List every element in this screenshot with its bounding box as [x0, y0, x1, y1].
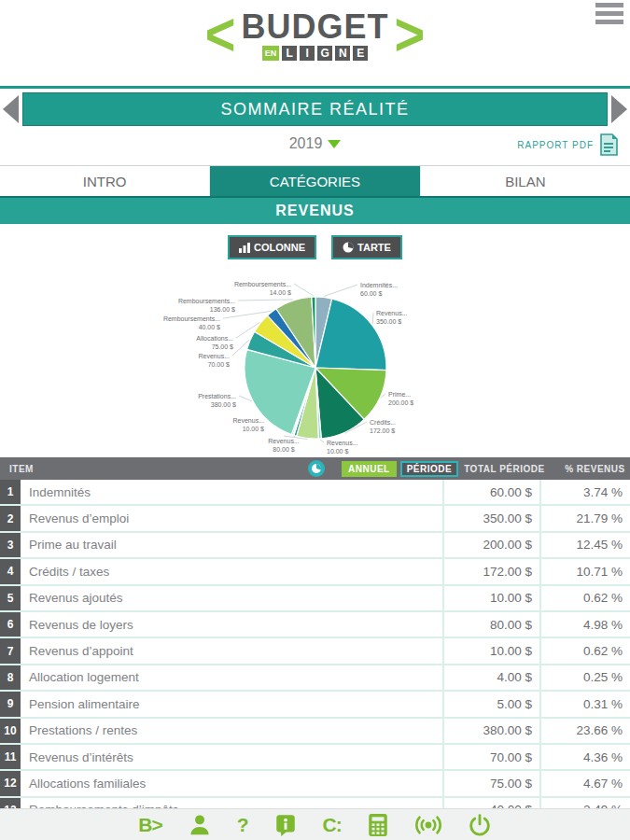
table-row-revenus-d-interets[interactable]: 11Revenus d’intérêts70.00 $4.36 %: [0, 745, 630, 771]
tab-intro[interactable]: INTRO: [0, 166, 210, 196]
periode-toggle[interactable]: PÉRIODE: [400, 461, 459, 477]
item-pct: 12.45 %: [539, 533, 630, 557]
pie-label-credits-taxes: Crédits...172.00 $: [370, 419, 396, 434]
chart-toggle-icon[interactable]: [308, 460, 325, 477]
tab-bilan[interactable]: BILAN: [421, 166, 630, 196]
pie-label-prestations-rentes: Prestations...380.00 $: [198, 393, 236, 408]
item-name: Prestations / rentes: [21, 719, 442, 743]
item-total: 60.00 $: [442, 480, 539, 504]
item-total: 75.00 $: [442, 771, 539, 795]
item-total: 5.00 $: [442, 692, 539, 716]
app-window: < BUDGET EN LIGNE > SOMMAIRE RÉALITÉ 201…: [0, 0, 630, 840]
table-row-revenus-d-appoint[interactable]: 7Revenus d’appoint10.00 $0.62 %: [0, 638, 630, 665]
item-total: 4.00 $: [442, 665, 539, 690]
pie-label-line: [239, 396, 252, 401]
power-icon[interactable]: [468, 812, 492, 838]
revenue-pie-chart: Indemnités...60.00 $Revenus...350.00 $Pr…: [0, 259, 630, 457]
logo-b-icon[interactable]: B>: [138, 812, 161, 838]
table-row-revenus-de-loyers[interactable]: 6Revenus de loyers80.00 $4.98 %: [0, 612, 630, 638]
row-number: 11: [0, 745, 21, 769]
pie-label-revenus-d-interets: Revenus...70.00 $: [199, 353, 231, 368]
table-body: 1Indemnités60.00 $3.74 %2Revenus d’emplo…: [0, 480, 630, 824]
item-name: Prime au travail: [21, 533, 442, 557]
chart-button-label: TARTE: [357, 242, 391, 253]
table-row-credits-taxes[interactable]: 4Crédits / taxes172.00 $10.71 %: [0, 559, 630, 585]
item-pct: 0.62 %: [539, 586, 630, 610]
row-number: 4: [0, 559, 21, 583]
table-row-revenus-ajoutes[interactable]: 5Revenus ajoutés10.00 $0.62 %: [0, 586, 630, 612]
logo-title: BUDGET: [242, 8, 389, 44]
item-pct: 0.62 %: [539, 638, 630, 663]
menu-icon[interactable]: [595, 3, 623, 28]
pie-label-revenus-d-emploi: Revenus...350.00 $: [376, 310, 408, 325]
item-pct: 0.31 %: [539, 692, 630, 716]
pie-label-revenus-ajoutes: Revenus...10.00 $: [327, 440, 358, 455]
table-row-prestations-rentes[interactable]: 10Prestations / rentes380.00 $23.66 %: [0, 719, 630, 745]
tarte-button[interactable]: TARTE: [331, 235, 402, 259]
table-row-allocation-logement[interactable]: 8Allocation logement4.00 $0.25 %: [0, 665, 630, 692]
table-row-prime-au-travail[interactable]: 3Prime au travail200.00 $12.45 %: [0, 533, 630, 559]
prev-arrow-icon[interactable]: [3, 95, 19, 123]
item-name: Revenus de loyers: [21, 612, 442, 637]
categories-c-icon[interactable]: C:: [323, 812, 342, 838]
pie-label-revenus-de-loyers: Revenus...80.00 $: [268, 438, 300, 453]
item-name: Allocations familiales: [21, 771, 442, 795]
table-row-pension-alimentaire[interactable]: 9Pension alimentaire5.00 $0.31 %: [0, 692, 630, 718]
item-pct: 4.67 %: [539, 771, 630, 795]
year-row: 2019 RAPPORT PDF: [0, 126, 630, 165]
pie-label-line: [223, 311, 272, 318]
item-total: 70.00 $: [442, 745, 539, 769]
year-value: 2019: [289, 135, 323, 152]
user-icon[interactable]: [188, 812, 212, 838]
next-arrow-icon[interactable]: [611, 95, 627, 123]
item-pct: 0.25 %: [539, 665, 630, 690]
report-pdf-button[interactable]: RAPPORT PDF: [517, 133, 619, 157]
pie-label-line: [324, 285, 357, 297]
info-icon[interactable]: [273, 812, 298, 838]
row-number: 7: [0, 638, 21, 663]
item-name: Indemnités: [21, 480, 442, 504]
item-pct: 10.71 %: [539, 559, 630, 583]
chart-button-label: COLONNE: [254, 242, 305, 253]
item-total: 380.00 $: [442, 719, 539, 743]
row-number: 1: [0, 480, 21, 504]
row-number: 3: [0, 533, 21, 557]
item-total: 10.00 $: [442, 638, 539, 663]
table-row-allocations-familiales[interactable]: 12Allocations familiales75.00 $4.67 %: [0, 771, 630, 797]
app-logo: < BUDGET EN LIGNE >: [0, 2, 630, 67]
pie-label-line: [372, 313, 373, 324]
item-total: 350.00 $: [442, 506, 539, 530]
item-pct: 21.79 %: [539, 506, 630, 530]
help-icon[interactable]: ?: [237, 812, 248, 838]
table-header: ITEM ANNUEL PÉRIODE TOTAL PÉRIODE % REVE…: [0, 457, 630, 480]
calculator-icon[interactable]: [367, 812, 389, 838]
item-total: 80.00 $: [442, 612, 539, 637]
item-name: Revenus d’appoint: [21, 638, 442, 663]
chart-area: Indemnités...60.00 $Revenus...350.00 $Pr…: [0, 259, 630, 457]
item-pct: 4.36 %: [539, 745, 630, 769]
row-number: 5: [0, 586, 21, 610]
logo-right-chevron-icon: >: [395, 0, 426, 72]
annuel-toggle[interactable]: ANNUEL: [342, 461, 397, 477]
item-name: Revenus d’intérêts: [21, 745, 442, 769]
item-name: Allocation logement: [21, 665, 442, 690]
row-number: 6: [0, 612, 21, 637]
pie-label-revenus-d-appoint: Revenus...10.00 $: [233, 417, 265, 432]
column-header-total: TOTAL PÉRIODE: [464, 464, 561, 474]
tab-categories[interactable]: CATÉGORIES: [210, 166, 420, 196]
table-row-indemnites[interactable]: 1Indemnités60.00 $3.74 %: [0, 480, 630, 506]
table-row-revenus-d-emploi[interactable]: 2Revenus d’emploi350.00 $21.79 %: [0, 506, 630, 532]
page-title: SOMMAIRE RÉALITÉ: [220, 100, 409, 119]
item-pct: 3.74 %: [539, 480, 630, 504]
colonne-button[interactable]: COLONNE: [228, 235, 316, 259]
row-number: 2: [0, 506, 21, 530]
app-header: < BUDGET EN LIGNE >: [0, 0, 630, 86]
pie-label-allocations-familiales: Allocations...75.00 $: [196, 335, 233, 350]
summary-banner: SOMMAIRE RÉALITÉ: [22, 92, 608, 126]
pie-label-remboursements: Remboursements...136.00 $: [178, 298, 235, 313]
pie-label-indemnites: Indemnités...60.00 $: [360, 282, 398, 297]
section-title-band: REVENUS: [0, 196, 630, 224]
section-title: REVENUS: [275, 203, 354, 219]
chevron-down-icon: [328, 140, 341, 148]
contact-icon[interactable]: [414, 812, 442, 838]
